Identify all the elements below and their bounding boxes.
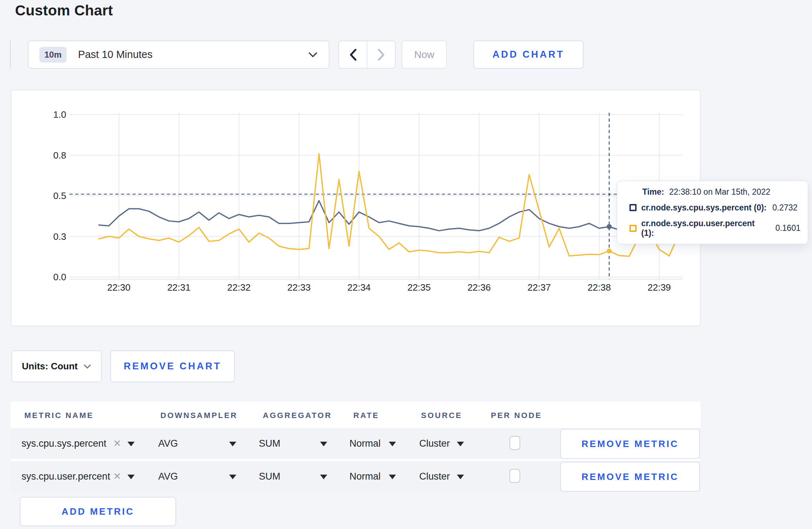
downsampler-select[interactable]: AVG: [158, 428, 178, 459]
aggregator-caret-icon[interactable]: [320, 442, 327, 446]
tooltip-series-row: cr.node.sys.cpu.user.percent (1): 0.1601: [629, 219, 801, 238]
svg-text:22:37: 22:37: [527, 282, 551, 293]
header-metric-name: METRIC NAME: [24, 411, 94, 420]
svg-text:22:35: 22:35: [407, 282, 431, 293]
rate-select[interactable]: Normal: [349, 461, 381, 492]
metric-name-select[interactable]: sys.cpu.user.percent: [21, 461, 110, 492]
source-select[interactable]: Cluster: [419, 428, 450, 459]
clear-metric-icon[interactable]: ✕: [113, 428, 121, 459]
add-metric-button[interactable]: ADD METRIC: [20, 497, 176, 526]
toolbar-divider: [10, 40, 11, 69]
rate-select[interactable]: Normal: [349, 428, 381, 459]
remove-chart-button[interactable]: REMOVE CHART: [110, 350, 235, 382]
chevron-left-icon: [349, 49, 357, 61]
time-nav-group: [338, 40, 396, 69]
header-downsampler: DOWNSAMPLER: [160, 411, 238, 420]
svg-text:22:30: 22:30: [107, 282, 130, 293]
prev-time-button[interactable]: [339, 41, 367, 68]
svg-text:22:32: 22:32: [227, 282, 251, 293]
chevron-down-icon: [83, 364, 91, 369]
metric-caret-icon[interactable]: [127, 442, 135, 446]
remove-metric-button[interactable]: REMOVE METRIC: [560, 429, 700, 459]
aggregator-select[interactable]: SUM: [259, 428, 280, 459]
tooltip-series-value: 0.1601: [775, 223, 801, 233]
svg-text:0.3: 0.3: [53, 231, 66, 242]
downsampler-caret-icon[interactable]: [229, 475, 236, 479]
metric-row: sys.cpu.sys.percent ✕ AVG SUM Normal Clu…: [11, 428, 701, 459]
chart-series-lines: [99, 154, 679, 256]
timeseries-chart[interactable]: 1.00.80.50.30.022:3022:3122:3222:3322:34…: [11, 90, 700, 326]
rate-caret-icon[interactable]: [389, 442, 396, 446]
downsampler-select[interactable]: AVG: [158, 461, 178, 492]
svg-text:22:31: 22:31: [167, 282, 190, 293]
svg-text:22:34: 22:34: [347, 282, 371, 293]
tooltip-time-label: Time:: [642, 187, 664, 196]
chevron-right-icon: [377, 49, 385, 61]
svg-text:22:39: 22:39: [648, 282, 671, 293]
tooltip-time-row: Time:22:38:10 on Mar 15th, 2022: [629, 187, 801, 197]
svg-text:22:33: 22:33: [287, 282, 311, 293]
chart-tooltip: Time:22:38:10 on Mar 15th, 2022 cr.node.…: [617, 181, 808, 244]
tooltip-series-name: cr.node.sys.cpu.user.percent (1):: [641, 219, 770, 238]
rate-caret-icon[interactable]: [389, 475, 396, 479]
clear-metric-icon[interactable]: ✕: [113, 461, 121, 492]
aggregator-select[interactable]: SUM: [259, 461, 280, 492]
remove-metric-button[interactable]: REMOVE METRIC: [560, 462, 700, 492]
tooltip-series-value: 0.2732: [772, 203, 797, 213]
per-node-checkbox[interactable]: [509, 469, 520, 483]
next-time-button[interactable]: [367, 41, 395, 68]
chart-axis-labels: 1.00.80.50.30.022:3022:3122:3222:3322:34…: [53, 109, 671, 293]
svg-text:1.0: 1.0: [53, 109, 66, 120]
metric-name-select[interactable]: sys.cpu.sys.percent: [21, 428, 106, 459]
metric-row: sys.cpu.user.percent ✕ AVG SUM Normal Cl…: [11, 461, 701, 492]
tooltip-series-row: cr.node.sys.cpu.sys.percent (0): 0.2732: [629, 203, 801, 213]
add-chart-button[interactable]: ADD CHART: [473, 40, 584, 69]
metrics-table-header: METRIC NAME DOWNSAMPLER AGGREGATOR RATE …: [11, 402, 701, 428]
chevron-down-icon: [308, 52, 318, 58]
header-per-node: PER NODE: [491, 411, 542, 420]
sys-series-swatch-icon: [629, 204, 637, 211]
now-button[interactable]: Now: [402, 40, 447, 69]
per-node-checkbox[interactable]: [509, 436, 520, 450]
metric-caret-icon[interactable]: [127, 475, 135, 479]
svg-text:0.8: 0.8: [53, 150, 66, 161]
source-caret-icon[interactable]: [457, 475, 464, 479]
svg-text:22:38: 22:38: [588, 282, 611, 293]
source-select[interactable]: Cluster: [419, 461, 450, 492]
chart-card: 1.00.80.50.30.022:3022:3122:3222:3322:34…: [11, 89, 701, 326]
hover-point-dot: [607, 224, 612, 229]
aggregator-caret-icon[interactable]: [320, 475, 327, 479]
svg-text:0.0: 0.0: [53, 272, 66, 282]
custom-chart-page: Custom Chart 10m Past 10 Minutes Now ADD…: [0, 0, 812, 529]
time-range-badge: 10m: [39, 47, 67, 63]
page-title: Custom Chart: [15, 2, 113, 19]
svg-text:22:36: 22:36: [468, 282, 491, 293]
header-source: SOURCE: [421, 411, 462, 420]
time-range-select[interactable]: 10m Past 10 Minutes: [28, 40, 329, 69]
header-rate: RATE: [353, 411, 379, 420]
source-caret-icon[interactable]: [457, 442, 464, 446]
time-range-label: Past 10 Minutes: [78, 49, 153, 60]
user-series-swatch-icon: [629, 225, 637, 232]
tooltip-series-name: cr.node.sys.cpu.sys.percent (0):: [641, 203, 767, 213]
units-label: Units: Count: [22, 361, 78, 372]
header-aggregator: AGGREGATOR: [263, 411, 332, 420]
hover-point-dot: [607, 248, 612, 253]
tooltip-time-value: 22:38:10 on Mar 15th, 2022: [669, 187, 770, 196]
units-select[interactable]: Units: Count: [11, 350, 102, 382]
downsampler-caret-icon[interactable]: [229, 442, 236, 446]
metrics-table: METRIC NAME DOWNSAMPLER AGGREGATOR RATE …: [11, 402, 701, 492]
svg-text:0.5: 0.5: [53, 190, 66, 201]
